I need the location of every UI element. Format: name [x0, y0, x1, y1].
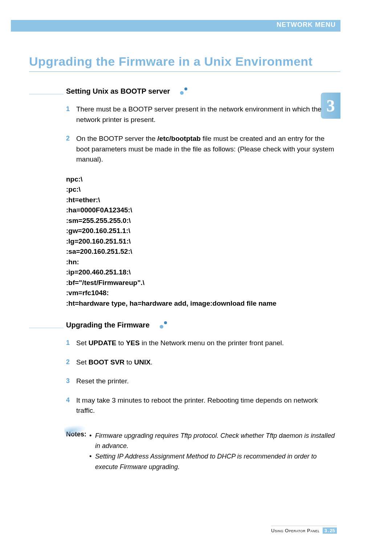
step-number: 1 [66, 104, 72, 125]
text-fragment: to [117, 339, 126, 347]
notes-item: • Setting IP Address Assignment Method t… [89, 451, 338, 472]
bootptab-config-block: npc:\ :pc:\ :ht=ether:\ :ha=0000F0A12345… [66, 174, 338, 309]
subheading-row: Setting Unix as BOOTP server [29, 87, 338, 95]
step-item: 2 Set BOOT SVR to UNIX. [66, 357, 338, 368]
footer-dot: . [328, 528, 329, 533]
step-text: On the BOOTP server the /etc/bootptab fi… [76, 134, 338, 165]
page-footer: Using Operator Panel 3.25 [271, 526, 337, 534]
step-item: 2 On the BOOTP server the /etc/bootptab … [66, 134, 338, 165]
steps-list-upgrade: 1 Set UPDATE to YES in the Network menu … [66, 338, 338, 416]
header-section-label: NETWORK MENU [277, 21, 336, 29]
text-fragment: in the Network menu on the printer front… [140, 339, 284, 347]
bold-text: UNIX [134, 358, 150, 366]
text-fragment: to [124, 358, 134, 366]
step-text: Reset the printer. [76, 376, 338, 387]
subheading-row: Upgrading the Firmware [29, 321, 338, 329]
page-number-box: 3.25 [323, 527, 337, 534]
step-text: It may take 3 minutes to reboot the prin… [76, 395, 338, 416]
step-number: 3 [66, 376, 72, 387]
bold-text: YES [126, 339, 140, 347]
notes-body: • Firmware upgrading requires Tftp proto… [89, 431, 338, 472]
step-number: 2 [66, 134, 72, 165]
page-title: Upgrading the Firmware in a Unix Environ… [29, 54, 340, 72]
subheading-upgrade: Upgrading the Firmware [66, 321, 150, 329]
subheading-rule [29, 327, 64, 328]
subheading-bootp: Setting Unix as BOOTP server [66, 87, 170, 95]
step-item: 1 There must be a BOOTP server present i… [66, 104, 338, 125]
notes-text: Firmware upgrading requires Tftp protoco… [95, 431, 338, 452]
step-item: 1 Set UPDATE to YES in the Network menu … [66, 338, 338, 349]
bullet-decoration-icon [180, 87, 189, 95]
bold-text: /etc/bootptab [158, 135, 201, 142]
notes-text: Setting IP Address Assignment Method to … [95, 451, 338, 472]
footer-label: Using Operator Panel [271, 528, 320, 533]
text-fragment: On the BOOTP server the [76, 135, 158, 142]
text-fragment: . [151, 358, 152, 366]
steps-list-bootp: 1 There must be a BOOTP server present i… [66, 104, 338, 165]
step-number: 4 [66, 395, 72, 416]
step-number: 1 [66, 338, 72, 349]
bullet-icon: • [89, 431, 93, 452]
notes-label: Notes: [66, 431, 86, 472]
footer-page: 25 [330, 528, 335, 533]
subheading-rule [29, 94, 64, 94]
step-text: There must be a BOOTP server present in … [76, 104, 338, 125]
step-item: 3 Reset the printer. [66, 376, 338, 387]
step-text: Set UPDATE to YES in the Network menu on… [76, 338, 338, 349]
content: Setting Unix as BOOTP server 1 There mus… [29, 87, 338, 472]
notes-item: • Firmware upgrading requires Tftp proto… [89, 431, 338, 452]
step-text: Set BOOT SVR to UNIX. [76, 357, 338, 368]
bold-text: BOOT SVR [89, 358, 124, 366]
step-number: 2 [66, 357, 72, 368]
bullet-icon: • [89, 451, 93, 472]
bullet-decoration-icon [160, 321, 169, 329]
page: NETWORK MENU Upgrading the Firmware in a… [0, 0, 392, 554]
notes-block: Notes: • Firmware upgrading requires Tft… [66, 431, 338, 472]
step-item: 4 It may take 3 minutes to reboot the pr… [66, 395, 338, 416]
footer-chapter: 3 [324, 528, 327, 533]
text-fragment: Set [76, 358, 89, 366]
bold-text: UPDATE [89, 339, 117, 347]
text-fragment: Set [76, 339, 89, 347]
